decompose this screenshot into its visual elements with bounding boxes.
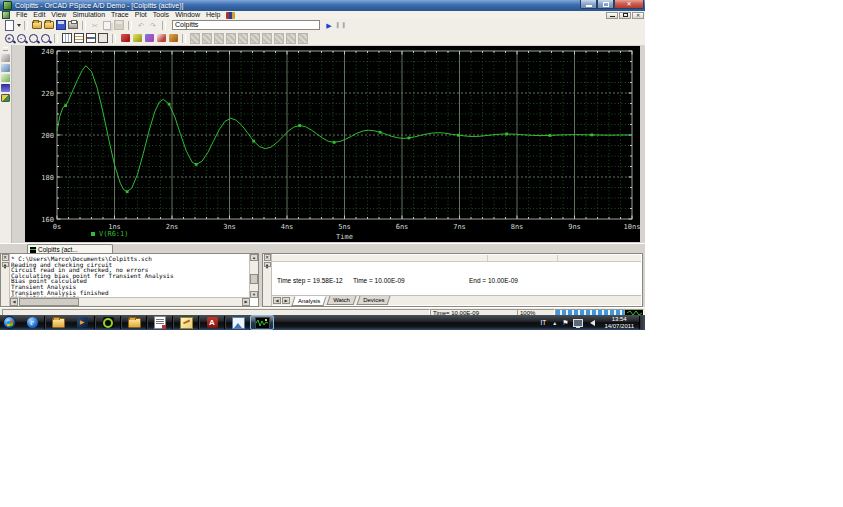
menu-window[interactable]: Window — [172, 11, 203, 19]
menu-view[interactable]: View — [48, 11, 69, 19]
menu-tools[interactable]: Tools — [150, 11, 172, 19]
view-netlist-icon[interactable] — [1, 64, 10, 72]
toolbar-grip[interactable] — [3, 47, 8, 51]
close-button[interactable]: ✕ — [614, 0, 644, 9]
time-step-value: Time step = 19.58E-12 — [277, 277, 343, 284]
view-simulation-queue-icon[interactable] — [1, 74, 10, 82]
taskbar-explorer-button[interactable] — [46, 315, 70, 330]
print-icon[interactable] — [68, 20, 78, 30]
taskbar-ie-button[interactable]: e — [20, 315, 44, 330]
mdi-child-icon[interactable] — [2, 11, 10, 19]
taskbar-notes-button[interactable] — [174, 315, 198, 330]
mdi-restore-button[interactable] — [619, 12, 631, 19]
language-indicator[interactable]: IT — [537, 319, 549, 326]
open-file-icon[interactable] — [32, 20, 42, 30]
menu-edit[interactable]: Edit — [30, 11, 48, 19]
zoom-fit-icon[interactable] — [40, 33, 50, 43]
run-simulation-icon[interactable]: ▶ — [324, 20, 334, 30]
svg-text:9ns: 9ns — [568, 223, 581, 231]
tab-analysis[interactable]: Analysis — [291, 296, 327, 306]
taskbar-green-app-button[interactable] — [96, 315, 120, 330]
tab-scroll-right-icon[interactable]: ▶ — [282, 297, 290, 304]
action-center-flag-icon[interactable]: ⚑ — [560, 319, 570, 327]
scroll-down-icon[interactable]: ▼ — [250, 291, 258, 298]
scroll-thumb[interactable] — [250, 274, 258, 284]
scroll-right-icon[interactable]: ▶ — [242, 298, 250, 306]
taskbar-acrobat-button[interactable]: A — [200, 315, 224, 330]
zoom-out-icon[interactable]: - — [16, 33, 26, 43]
start-button[interactable] — [3, 316, 16, 329]
svg-text:220: 220 — [41, 90, 54, 98]
notes-icon — [180, 317, 193, 329]
scroll-thumb[interactable] — [19, 298, 79, 306]
show-last-plot-icon[interactable] — [132, 33, 142, 43]
tray-expand-icon[interactable]: ▲ — [549, 320, 560, 326]
output-pane-spinner[interactable]: ▲▼ — [2, 262, 9, 267]
menu-help[interactable]: Help — [203, 11, 223, 19]
status-pane-spinner[interactable]: ▲▼ — [264, 262, 271, 267]
fourier-icon[interactable] — [86, 33, 96, 43]
waveform-chart: 0s1ns2ns3ns4ns5ns6ns7ns8ns9ns10ns1601802… — [25, 46, 640, 242]
taskbar-pspice-button[interactable] — [250, 315, 274, 330]
binoculars-icon[interactable] — [226, 12, 235, 19]
taskbar-media-player-button[interactable]: ▶ — [70, 315, 94, 330]
zoom-area-icon[interactable] — [28, 33, 38, 43]
cursor-next-transition-icon — [286, 33, 296, 43]
taskbar-image-viewer-button[interactable] — [226, 315, 250, 330]
view-simulation-results-icon[interactable] — [1, 94, 10, 102]
append-file-icon[interactable] — [44, 20, 54, 30]
maximize-button[interactable] — [597, 0, 614, 9]
output-close-icon[interactable]: ✕ — [2, 254, 9, 261]
simulation-profile-combobox[interactable]: Colpitts — [172, 20, 320, 30]
menu-plot[interactable]: Plot — [132, 11, 150, 19]
show-desktop-button[interactable] — [639, 316, 645, 329]
green-ring-app-icon — [103, 317, 114, 328]
status-tab-row: ◀ ▶ Analysis Watch Devices — [272, 295, 641, 305]
log-horizontal-scrollbar[interactable]: ◀ ▶ — [10, 297, 250, 306]
menu-trace[interactable]: Trace — [108, 11, 132, 19]
add-trace-icon[interactable] — [144, 33, 154, 43]
svg-text:200: 200 — [41, 132, 54, 140]
plot-window: 0s1ns2ns3ns4ns5ns6ns7ns8ns9ns10ns1601802… — [25, 46, 640, 242]
mdi-close-button[interactable]: ✕ — [632, 12, 644, 19]
log-vertical-scrollbar[interactable]: ▲ ▼ — [249, 254, 258, 298]
media-player-icon: ▶ — [77, 317, 88, 328]
tab-devices[interactable]: Devices — [357, 296, 391, 305]
simulation-status-window: ✕ ▲▼ Time step = 19.58E-12 Time = 10.00E… — [262, 253, 643, 307]
text-label-icon[interactable] — [168, 33, 178, 43]
new-dropdown-icon[interactable] — [17, 24, 21, 27]
tab-watch[interactable]: Watch — [327, 296, 357, 305]
view-schematic-icon[interactable] — [1, 54, 10, 62]
scroll-up-icon[interactable]: ▲ — [250, 254, 258, 261]
scroll-left-icon[interactable]: ◀ — [10, 298, 18, 306]
view-output-file-icon[interactable] — [1, 84, 10, 92]
svg-text:160: 160 — [41, 216, 54, 224]
evaluate-measurement-icon[interactable] — [98, 33, 108, 43]
svg-text:2ns: 2ns — [166, 223, 179, 231]
eval-goal-function-icon[interactable] — [156, 33, 166, 43]
taskbar-task-list-button[interactable] — [148, 315, 172, 330]
svg-text:0s: 0s — [53, 223, 61, 231]
save-icon[interactable] — [56, 20, 66, 30]
tab-scroll-left-icon[interactable]: ◀ — [273, 297, 281, 304]
acrobat-reader-icon: A — [207, 317, 218, 328]
probe-toolbar: + - — [0, 31, 645, 46]
status-close-icon[interactable]: ✕ — [264, 254, 271, 261]
volume-icon[interactable] — [590, 320, 595, 326]
svg-text:V(R6:1): V(R6:1) — [99, 230, 129, 238]
new-simulation-icon[interactable] — [4, 20, 14, 30]
axis-settings-icon[interactable] — [74, 33, 84, 43]
network-icon[interactable] — [573, 319, 583, 327]
menu-file[interactable]: File — [13, 11, 30, 19]
minimize-button[interactable] — [580, 0, 597, 9]
output-window: ✕ ▲▼ * C:\Users\Marco\Documents\Colpitts… — [0, 253, 259, 307]
mark-data-points-icon[interactable] — [120, 33, 130, 43]
menu-simulation[interactable]: Simulation — [69, 11, 108, 19]
svg-text:240: 240 — [41, 48, 54, 56]
new-plot-window-icon[interactable] — [62, 33, 72, 43]
plot-tab-icon — [30, 247, 36, 253]
taskbar-clock[interactable]: 13:54 14/07/2011 — [599, 316, 639, 329]
mdi-minimize-button[interactable] — [606, 12, 618, 19]
zoom-in-icon[interactable]: + — [4, 33, 14, 43]
taskbar-project-folder-button[interactable] — [122, 315, 146, 330]
